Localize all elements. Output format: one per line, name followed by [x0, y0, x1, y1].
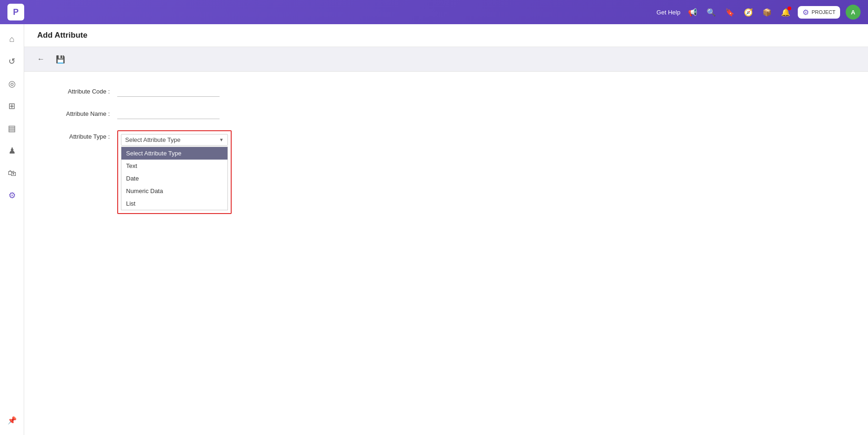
back-button[interactable]: ← [33, 52, 48, 67]
attribute-name-label: Attribute Name : [52, 110, 117, 117]
chevron-down-icon: ▼ [219, 137, 224, 142]
pin-icon[interactable]: 📌 [3, 411, 21, 429]
project-label: PROJECT [812, 9, 835, 15]
attribute-name-row: Attribute Name : [52, 108, 840, 119]
sidebar-bottom: 📌 [3, 411, 21, 429]
notification-dot [788, 7, 791, 10]
sidebar-item-settings[interactable]: ⚙ [3, 186, 21, 205]
compass-icon[interactable]: 🧭 [742, 6, 755, 19]
cube-icon[interactable]: 📦 [761, 6, 774, 19]
navbar: P Get Help 📢 🔍 🔖 🧭 📦 🔔 ⚙ PROJECT A [0, 0, 868, 24]
dropdown-option-date[interactable]: Date [121, 172, 227, 185]
sidebar-item-user[interactable]: ♟ [3, 141, 21, 160]
page-title: Add Attribute [37, 31, 87, 40]
attribute-code-label: Attribute Code : [52, 88, 117, 95]
bookmark-icon[interactable]: 🔖 [723, 6, 736, 19]
main-content: Add Attribute ← 💾 Attribute Code : Attri… [24, 24, 868, 435]
project-button[interactable]: ⚙ PROJECT [798, 6, 840, 19]
sidebar-item-grid[interactable]: ⊞ [3, 97, 21, 115]
user-avatar[interactable]: A [846, 5, 861, 20]
dropdown-option-numeric[interactable]: Numeric Data [121, 185, 227, 197]
attribute-type-select[interactable]: Select Attribute Type ▼ [121, 134, 228, 146]
get-help-link[interactable]: Get Help [656, 9, 680, 16]
attribute-type-dropdown-wrapper: Select Attribute Type ▼ Select Attribute… [117, 130, 232, 214]
attribute-type-row: Attribute Type : Select Attribute Type ▼… [52, 130, 840, 214]
form-area: Attribute Code : Attribute Name : Attrib… [24, 72, 868, 435]
save-button[interactable]: 💾 [53, 52, 68, 67]
sidebar: ⌂ ↺ ◎ ⊞ ▤ ♟ 🛍 ⚙ 📌 [0, 24, 24, 435]
attribute-name-input[interactable] [117, 108, 220, 119]
sidebar-item-analytics[interactable]: ↺ [3, 52, 21, 71]
megaphone-icon[interactable]: 📢 [686, 6, 699, 19]
page-header: Add Attribute [24, 24, 868, 47]
sidebar-item-chart[interactable]: ▤ [3, 119, 21, 138]
sidebar-item-target[interactable]: ◎ [3, 74, 21, 93]
project-icon: ⚙ [802, 8, 809, 17]
sidebar-item-bag[interactable]: 🛍 [3, 164, 21, 182]
attribute-type-selected-value: Select Attribute Type [125, 136, 180, 143]
bell-icon[interactable]: 🔔 [779, 6, 792, 19]
attribute-code-row: Attribute Code : [52, 86, 840, 97]
navbar-right: Get Help 📢 🔍 🔖 🧭 📦 🔔 ⚙ PROJECT A [656, 5, 861, 20]
dropdown-option-select[interactable]: Select Attribute Type [121, 147, 227, 160]
dropdown-option-list[interactable]: List [121, 197, 227, 210]
app-logo[interactable]: P [7, 4, 24, 20]
attribute-code-input[interactable] [117, 86, 220, 97]
dropdown-option-text[interactable]: Text [121, 160, 227, 172]
attribute-type-options: Select Attribute Type Text Date Numeric … [121, 147, 228, 210]
layout: ⌂ ↺ ◎ ⊞ ▤ ♟ 🛍 ⚙ 📌 Add Attribute ← 💾 Attr… [0, 24, 868, 435]
search-icon[interactable]: 🔍 [705, 6, 718, 19]
toolbar: ← 💾 [24, 47, 868, 72]
sidebar-item-home[interactable]: ⌂ [3, 30, 21, 48]
attribute-type-label: Attribute Type : [52, 130, 117, 140]
